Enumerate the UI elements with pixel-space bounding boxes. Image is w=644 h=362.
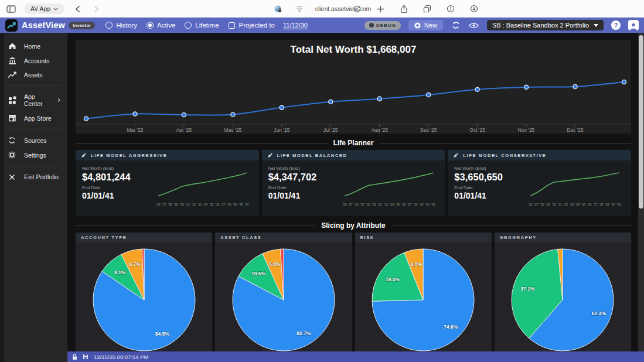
- close-icon: [8, 174, 16, 180]
- account-type-pie-chart[interactable]: 84.5%8.1%6.7%: [90, 246, 198, 351]
- geography-pie-chart[interactable]: 61.4%37.1%: [509, 246, 616, 351]
- life-model-cards: LIFE MODEL AGGRESSIVE Net Worth (End) $4…: [76, 150, 631, 216]
- end-date-value: 01/01/41: [268, 191, 334, 200]
- svg-text:19.4%: 19.4%: [386, 276, 400, 282]
- svg-text:'38: '38: [227, 203, 231, 206]
- history-radio[interactable]: History: [105, 22, 137, 29]
- pie-panel-geography[interactable]: GEOGRAPHY 61.4%37.1%: [495, 233, 631, 351]
- scrollbar[interactable]: [638, 33, 644, 351]
- net-worth-panel: Total Net Worth $1,668,007 Mar '25Apr '2…: [76, 40, 631, 134]
- projected-date-link[interactable]: 11/12/30: [283, 22, 308, 29]
- info-icon[interactable]: [445, 4, 456, 14]
- download-icon[interactable]: [469, 4, 479, 14]
- svg-text:Jun '25: Jun '25: [274, 127, 289, 132]
- life-model-card-aggressive[interactable]: LIFE MODEL AGGRESSIVE Net Worth (End) $4…: [76, 150, 259, 216]
- net-worth-value: $4,801,244: [82, 172, 148, 183]
- life-model-card-conservative[interactable]: LIFE MODEL CONSERVATIVE Net Worth (End) …: [448, 150, 631, 216]
- sidebar-item-accounts[interactable]: Accounts: [0, 53, 67, 68]
- svg-text:'38: '38: [413, 203, 417, 206]
- help-button[interactable]: ?: [611, 21, 621, 30]
- net-worth-value: $3,650,650: [454, 172, 520, 183]
- life-model-sparkline: '26'27'28'29'30'31'32'33'34'35'36'37'38'…: [338, 165, 439, 214]
- svg-text:'34: '34: [390, 203, 394, 206]
- avatar[interactable]: [628, 20, 639, 30]
- sidebar-divider: [5, 166, 62, 166]
- assetview-logo: [5, 19, 18, 32]
- svg-text:'30: '30: [366, 203, 370, 206]
- site-privacy-icon[interactable]: [273, 4, 284, 14]
- sidebar-item-home[interactable]: Home: [0, 39, 67, 53]
- asset-class-pie-chart[interactable]: 82.7%10.5%5.8%: [230, 246, 338, 351]
- svg-text:84.5%: 84.5%: [155, 331, 169, 337]
- svg-text:'38: '38: [599, 203, 604, 206]
- reader-icon[interactable]: [294, 4, 305, 14]
- svg-text:'33: '33: [197, 203, 202, 206]
- forward-button[interactable]: [91, 4, 101, 14]
- svg-text:'36: '36: [215, 203, 219, 206]
- debug-badge: DEBUG: [364, 21, 401, 30]
- svg-text:'37: '37: [594, 203, 598, 206]
- projected-checkbox[interactable]: [229, 22, 235, 29]
- net-worth-label: Net Worth (End): [454, 166, 520, 171]
- sidebar-item-app-center[interactable]: App Center: [0, 90, 67, 111]
- sidebar-item-app-store[interactable]: App Store: [0, 111, 67, 125]
- risk-pie-chart[interactable]: 74.6%19.4%6.0%: [369, 246, 477, 351]
- tabs-icon[interactable]: [422, 4, 432, 14]
- pie-panel-asset-class[interactable]: ASSET CLASS 82.7%10.5%5.8%: [215, 233, 352, 351]
- svg-text:10.5%: 10.5%: [251, 271, 266, 276]
- svg-text:Dec '25: Dec '25: [567, 127, 584, 132]
- radio-icon: [105, 22, 113, 29]
- svg-text:'29: '29: [174, 203, 178, 206]
- end-date-label: End Date: [82, 185, 148, 190]
- end-date-value: 01/01/41: [454, 191, 520, 200]
- svg-text:'36: '36: [588, 203, 592, 206]
- portfolio-selector[interactable]: SB : Baseline Sandbox 2 Portfolio: [487, 20, 604, 30]
- reload-icon[interactable]: [352, 4, 362, 14]
- app-window: AV App client.assetview.com: [0, 0, 644, 362]
- rocket-icon: [453, 152, 459, 158]
- svg-text:'28: '28: [168, 203, 172, 206]
- lock-icon: [72, 354, 77, 360]
- svg-text:'35: '35: [209, 203, 213, 206]
- sync-icon[interactable]: [451, 20, 461, 30]
- share-icon[interactable]: [398, 4, 409, 14]
- sidebar-item-settings[interactable]: Settings: [0, 148, 67, 162]
- svg-text:'41: '41: [245, 203, 249, 206]
- home-icon: [8, 42, 16, 50]
- sidebar-item-assets[interactable]: Assets: [0, 68, 67, 82]
- plus-circle-icon: [414, 22, 421, 29]
- svg-text:61.4%: 61.4%: [592, 310, 606, 316]
- sidebar: Home Accounts Assets App Center App Stor…: [0, 33, 67, 362]
- eye-icon[interactable]: [469, 20, 479, 30]
- apps-grid-icon: [8, 96, 16, 104]
- svg-text:'27: '27: [348, 203, 352, 206]
- back-button[interactable]: [72, 4, 83, 14]
- new-button[interactable]: New: [408, 20, 443, 30]
- life-model-sparkline: '26'27'28'29'30'31'32'33'34'35'36'37'38'…: [151, 165, 253, 214]
- svg-text:Aug '25: Aug '25: [371, 127, 388, 132]
- dashboard-content: Total Net Worth $1,668,007 Mar '25Apr '2…: [67, 33, 644, 351]
- sidebar-item-sources[interactable]: Sources: [0, 133, 67, 148]
- scrollbar-thumb[interactable]: [639, 35, 643, 209]
- svg-text:'31: '31: [186, 203, 190, 206]
- svg-text:Mar '25: Mar '25: [127, 127, 143, 132]
- debug-icon: [369, 23, 374, 28]
- net-worth-line-chart[interactable]: Mar '25Apr '25May '25Jun '25Jul '25Aug '…: [76, 59, 631, 132]
- life-model-card-balanced[interactable]: LIFE MODEL BALANCED Net Worth (End) $4,3…: [262, 150, 445, 216]
- status-bar: 12/15/25 08:07:14 PM: [67, 351, 644, 362]
- sidebar-divider: [5, 129, 62, 129]
- pie-panel-account-type[interactable]: ACCOUNT TYPE 84.5%8.1%6.7%: [76, 233, 212, 351]
- svg-text:'39: '39: [605, 203, 609, 206]
- new-tab-icon[interactable]: [375, 4, 386, 14]
- tab-switcher[interactable]: AV App: [25, 4, 64, 14]
- lifetime-radio[interactable]: Lifetime: [185, 22, 219, 29]
- svg-text:74.6%: 74.6%: [444, 324, 458, 330]
- pie-panel-risk[interactable]: RISK 74.6%19.4%6.0%: [355, 233, 492, 351]
- projected-checkbox-group[interactable]: Projected to: [229, 22, 275, 29]
- svg-text:'34: '34: [203, 203, 208, 206]
- active-radio[interactable]: Active: [146, 22, 175, 29]
- svg-text:6.0%: 6.0%: [411, 261, 422, 267]
- life-planner-heading: Life Planner: [76, 139, 631, 147]
- sidebar-toggle-icon[interactable]: [6, 4, 16, 14]
- sidebar-item-exit-portfolio[interactable]: Exit Portfolio: [0, 170, 67, 184]
